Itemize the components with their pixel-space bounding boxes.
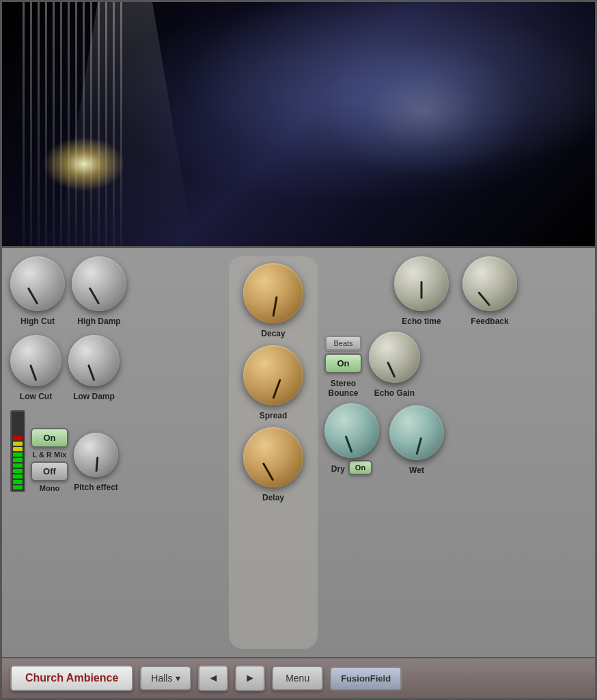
category-label: Halls xyxy=(151,673,172,684)
left-panel: High Cut High Damp Low Cut Low xyxy=(10,256,222,649)
low-cut-group: Low Cut xyxy=(10,335,61,401)
stereo-bounce-group: Beats On Stereo Bounce xyxy=(324,336,362,398)
vu-bar-7 xyxy=(13,453,23,457)
spread-group: Spread xyxy=(243,345,303,420)
vu-bar-5 xyxy=(13,463,23,468)
low-cut-label: Low Cut xyxy=(20,392,52,401)
feedback-label: Feedback xyxy=(471,317,508,326)
lr-mono-group: On L & R Mix Off Mono xyxy=(31,428,68,492)
preset-name-button[interactable]: Church Ambience xyxy=(10,665,133,691)
wet-knob[interactable] xyxy=(389,405,444,460)
delay-knob[interactable] xyxy=(243,427,303,487)
dry-label: Dry xyxy=(331,464,345,474)
wet-label: Wet xyxy=(409,466,424,475)
low-damp-label: Low Damp xyxy=(73,392,115,401)
low-damp-group: Low Damp xyxy=(68,335,120,401)
menu-button[interactable]: Menu xyxy=(272,666,323,690)
low-damp-knob[interactable] xyxy=(68,335,120,386)
vu-bar-6 xyxy=(13,458,23,462)
echo-gain-knob[interactable] xyxy=(369,332,420,383)
feedback-group: Feedback xyxy=(462,256,517,326)
dry-group: Dry On xyxy=(324,403,379,475)
decay-knob[interactable] xyxy=(243,263,303,323)
pitch-effect-label: Pitch effect xyxy=(74,483,118,492)
echo-gain-label: Echo Gain xyxy=(374,388,415,398)
mono-off-button[interactable]: Off xyxy=(31,461,68,481)
controls-main: High Cut High Damp Low Cut Low xyxy=(10,256,587,649)
controls-area: High Cut High Damp Low Cut Low xyxy=(2,248,595,657)
high-cut-group: High Cut xyxy=(10,256,65,326)
lr-mix-label: L & R Mix xyxy=(33,450,67,459)
pitch-effect-group: Pitch effect xyxy=(74,433,118,492)
delay-group: Delay xyxy=(243,427,303,502)
echo-time-knob[interactable] xyxy=(394,256,449,311)
decay-group: Decay xyxy=(243,263,303,338)
decay-label: Decay xyxy=(261,329,285,338)
nav-next-button[interactable]: ► xyxy=(235,665,265,691)
echo-time-group: Echo time xyxy=(394,256,449,326)
right-panel: Echo time Feedback Beats On Stereo Bounc… xyxy=(324,256,587,649)
mid-knobs-row: Low Cut Low Damp xyxy=(10,335,222,401)
spread-label: Spread xyxy=(260,411,288,420)
category-arrow-icon: ▾ xyxy=(176,673,180,684)
vu-bar-1 xyxy=(13,485,23,489)
echo-time-label: Echo time xyxy=(402,317,441,326)
footer-bar: Church Ambience Halls ▾ ◄ ► Menu FusionF… xyxy=(2,657,595,698)
top-knobs-row: High Cut High Damp xyxy=(10,256,222,326)
high-cut-label: High Cut xyxy=(20,317,55,326)
high-cut-knob[interactable] xyxy=(10,256,65,311)
preset-image xyxy=(2,2,595,248)
dry-wet-row: Dry On Wet xyxy=(324,403,587,475)
pitch-effect-knob[interactable] xyxy=(74,433,118,477)
low-cut-knob[interactable] xyxy=(10,335,61,386)
stereo-echo-gain-row: Beats On Stereo Bounce Echo Gain xyxy=(324,332,587,398)
spread-knob[interactable] xyxy=(243,345,303,405)
vu-meter xyxy=(10,410,25,492)
beats-button[interactable]: Beats xyxy=(325,336,361,351)
high-damp-label: High Damp xyxy=(77,317,120,326)
dry-knob[interactable] xyxy=(324,403,379,458)
brand-label: FusionField xyxy=(330,667,402,690)
category-button[interactable]: Halls ▾ xyxy=(140,666,191,690)
delay-label: Delay xyxy=(262,493,284,502)
glow-effect xyxy=(43,137,125,191)
vu-bar-2 xyxy=(13,480,23,484)
left-bottom-section: On L & R Mix Off Mono Pitch effect xyxy=(10,410,222,492)
nav-prev-button[interactable]: ◄ xyxy=(198,665,228,691)
vu-bar-8 xyxy=(13,447,23,451)
nebula-effect xyxy=(322,43,527,180)
dry-label-row: Dry On xyxy=(331,460,372,475)
wet-group: Wet xyxy=(389,405,444,475)
stereo-bounce-label: Stereo Bounce xyxy=(328,379,358,398)
mono-label: Mono xyxy=(40,484,59,492)
vu-bar-9 xyxy=(13,442,23,446)
reverb-panel: Decay Spread Delay xyxy=(229,256,318,649)
vu-bar-10 xyxy=(13,436,23,440)
high-damp-knob[interactable] xyxy=(72,256,126,311)
lr-mix-on-button[interactable]: On xyxy=(31,428,68,448)
echo-feedback-row: Echo time Feedback xyxy=(324,256,587,326)
high-damp-group: High Damp xyxy=(72,256,126,326)
dry-on-button[interactable]: On xyxy=(348,460,372,475)
vu-bar-3 xyxy=(13,474,23,479)
stereo-bounce-on-button[interactable]: On xyxy=(324,353,362,373)
echo-gain-group: Echo Gain xyxy=(369,332,420,398)
feedback-knob[interactable] xyxy=(462,256,517,311)
main-container: High Cut High Damp Low Cut Low xyxy=(0,0,597,700)
vu-bar-4 xyxy=(13,469,23,473)
